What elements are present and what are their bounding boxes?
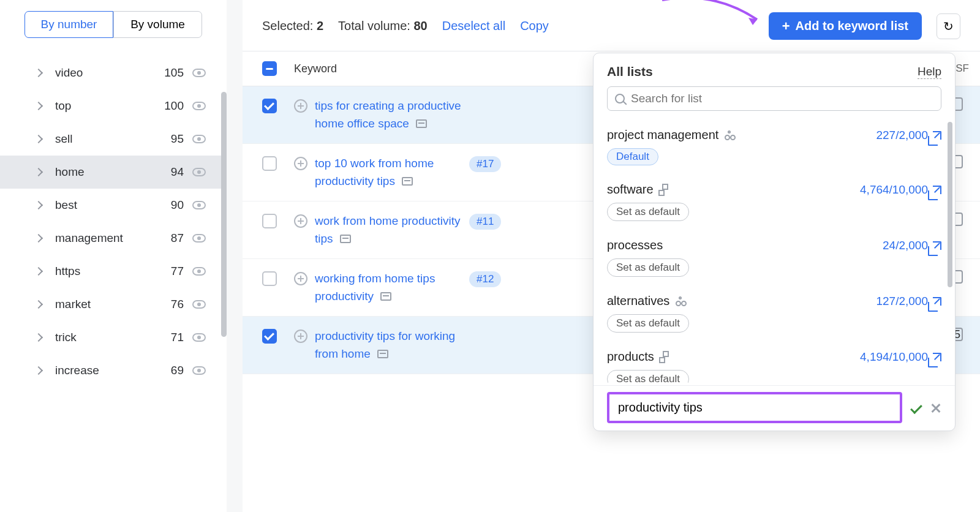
selected-stat: Selected: 2 xyxy=(262,19,323,33)
eye-icon[interactable] xyxy=(192,300,206,309)
top-bar: Selected: 2 Total volume: 80 Deselect al… xyxy=(243,0,980,51)
row-checkbox[interactable] xyxy=(262,214,277,228)
filter-row-increase[interactable]: increase69 xyxy=(0,354,227,387)
list-item[interactable]: processes24/2,000 Set as default xyxy=(594,230,955,285)
row-checkbox[interactable] xyxy=(262,271,277,286)
search-list-input[interactable] xyxy=(631,92,933,105)
filter-count: 95 xyxy=(171,132,184,146)
volume-stat: Total volume: 80 xyxy=(338,19,428,33)
filter-label: management xyxy=(55,232,171,245)
row-checkbox[interactable] xyxy=(262,329,277,344)
list-count-link[interactable]: 4,194/10,000 xyxy=(860,350,941,364)
sidebar-scrollbar[interactable] xyxy=(221,92,227,488)
new-list-name-input[interactable] xyxy=(607,392,902,423)
serp-icon[interactable] xyxy=(402,177,413,186)
eye-icon[interactable] xyxy=(192,168,206,176)
serp-icon[interactable] xyxy=(416,119,427,128)
copy-link[interactable]: Copy xyxy=(520,19,549,33)
row-checkbox[interactable] xyxy=(262,156,277,171)
chevron-right-icon xyxy=(34,234,43,243)
filter-row-management[interactable]: management87 xyxy=(0,222,227,255)
master-checkbox[interactable] xyxy=(262,61,277,76)
expand-icon[interactable] xyxy=(294,99,307,113)
set-default-button[interactable]: Set as default xyxy=(607,258,689,277)
expand-icon[interactable] xyxy=(294,329,307,343)
filter-count: 87 xyxy=(171,232,184,245)
keyword-link[interactable]: tips for creating a productive home offi… xyxy=(315,97,462,132)
set-default-button[interactable]: Set as default xyxy=(607,203,689,221)
filter-count: 69 xyxy=(171,364,184,377)
filter-row-sell[interactable]: sell95 xyxy=(0,122,227,156)
deselect-all-link[interactable]: Deselect all xyxy=(442,19,505,33)
expand-icon[interactable] xyxy=(294,214,307,228)
filter-count: 90 xyxy=(171,198,184,212)
keyword-link[interactable]: work from home productivity tips xyxy=(315,213,462,247)
list-count-link[interactable]: 127/2,000 xyxy=(876,295,941,308)
chevron-right-icon xyxy=(34,300,43,309)
list-name: alternatives xyxy=(607,294,669,308)
rank-pill: #11 xyxy=(469,214,501,230)
chevron-right-icon xyxy=(34,69,43,77)
tab-by-number[interactable]: By number xyxy=(24,11,113,38)
list-name: software xyxy=(607,183,654,197)
filter-row-https[interactable]: https77 xyxy=(0,255,227,288)
expand-icon[interactable] xyxy=(294,272,307,285)
list-count-link[interactable]: 24/2,000 xyxy=(883,239,941,252)
eye-icon[interactable] xyxy=(192,333,206,342)
filter-row-market[interactable]: market76 xyxy=(0,288,227,321)
row-checkbox[interactable] xyxy=(262,99,277,113)
eye-icon[interactable] xyxy=(192,69,206,77)
filter-row-home[interactable]: home94 xyxy=(0,156,227,189)
eye-icon[interactable] xyxy=(192,135,206,143)
set-default-button[interactable]: Set as default xyxy=(607,314,689,333)
share-icon xyxy=(676,296,687,307)
keyword-list-popover: All lists Help project management227/2,0… xyxy=(593,53,956,431)
list-name: products xyxy=(607,350,654,364)
keyword-link[interactable]: working from home tips productivity xyxy=(315,270,462,305)
confirm-icon[interactable] xyxy=(910,402,922,414)
eye-icon[interactable] xyxy=(192,267,206,276)
filter-row-video[interactable]: video105 xyxy=(0,56,227,89)
external-link-icon xyxy=(933,353,941,361)
filter-label: sell xyxy=(55,132,171,146)
eye-icon[interactable] xyxy=(192,102,206,110)
list-item[interactable]: products4,194/10,000 Set as default xyxy=(594,341,955,383)
tab-by-volume[interactable]: By volume xyxy=(113,11,202,38)
popover-scrollbar[interactable] xyxy=(948,122,952,287)
list-count-link[interactable]: 4,764/10,000 xyxy=(860,183,941,197)
chevron-right-icon xyxy=(34,135,43,143)
help-link[interactable]: Help xyxy=(918,65,941,79)
eye-icon[interactable] xyxy=(192,234,206,243)
filter-row-best[interactable]: best90 xyxy=(0,189,227,222)
filter-row-top[interactable]: top100 xyxy=(0,89,227,122)
external-link-icon xyxy=(933,131,941,140)
chevron-right-icon xyxy=(34,333,43,342)
serp-icon[interactable] xyxy=(340,235,351,243)
add-to-keyword-list-button[interactable]: + Add to keyword list xyxy=(769,12,922,40)
search-list-field[interactable] xyxy=(607,86,941,111)
serp-icon[interactable] xyxy=(377,350,388,358)
set-default-button[interactable]: Set as default xyxy=(607,370,689,383)
filter-label: increase xyxy=(55,364,171,377)
list-item[interactable]: alternatives127/2,000 Set as default xyxy=(594,285,955,341)
reload-button[interactable]: ↻ xyxy=(937,13,960,39)
tree-icon xyxy=(660,184,671,195)
expand-icon[interactable] xyxy=(294,157,307,170)
list-count-link[interactable]: 227/2,000 xyxy=(876,129,941,142)
keyword-link[interactable]: top 10 work from home productivity tips xyxy=(315,155,462,190)
default-badge: Default xyxy=(607,148,658,165)
cancel-icon[interactable] xyxy=(930,402,941,413)
filter-label: market xyxy=(55,298,171,311)
plus-icon: + xyxy=(782,20,790,33)
keyword-link[interactable]: productivity tips for working from home xyxy=(315,328,462,363)
eye-icon[interactable] xyxy=(192,366,206,375)
eye-icon[interactable] xyxy=(192,201,206,209)
chevron-right-icon xyxy=(34,201,43,209)
lists-container: project management227/2,000 Defaultsoftw… xyxy=(594,119,955,383)
chevron-right-icon xyxy=(34,102,43,110)
serp-icon[interactable] xyxy=(380,292,391,301)
list-item[interactable]: software4,764/10,000 Set as default xyxy=(594,174,955,230)
add-button-label: Add to keyword list xyxy=(796,19,908,33)
list-item[interactable]: project management227/2,000 Default xyxy=(594,119,955,174)
filter-row-trick[interactable]: trick71 xyxy=(0,321,227,354)
